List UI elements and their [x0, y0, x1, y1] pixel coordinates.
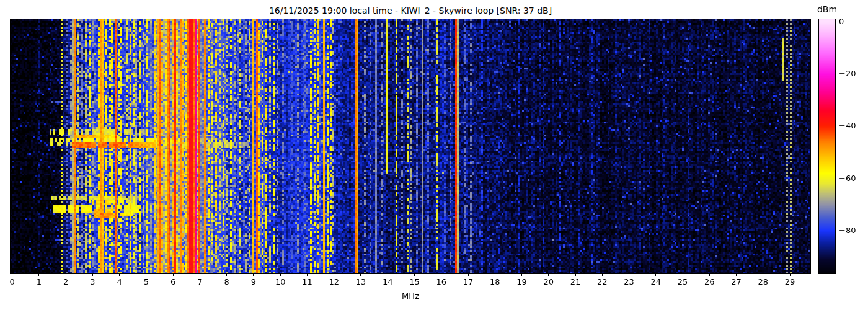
x-tick-label: 25: [673, 277, 692, 286]
x-tick-label: 24: [647, 277, 665, 286]
colorbar-tick-label: −40: [839, 121, 865, 130]
x-tick-label: 18: [485, 277, 504, 286]
colorbar-tick-label: −60: [839, 174, 865, 183]
colorbar-label: dBm: [814, 4, 840, 14]
x-tick-label: 2: [56, 277, 75, 286]
x-tick-label: 28: [754, 277, 773, 286]
x-tick-label: 1: [30, 277, 48, 286]
figure-container: 16/11/2025 19:00 local time - KIWI_2 - S…: [0, 0, 868, 310]
x-tick-label: 3: [83, 277, 102, 286]
x-tick-label: 17: [459, 277, 477, 286]
x-tick-label: 6: [164, 277, 182, 286]
x-tick-label: 16: [432, 277, 451, 286]
x-tick-label: 12: [325, 277, 343, 286]
x-tick-label: 19: [513, 277, 531, 286]
chart-title: 16/11/2025 19:00 local time - KIWI_2 - S…: [0, 6, 821, 16]
x-axis-label: MHz: [0, 291, 821, 301]
x-tick-label: 10: [271, 277, 290, 286]
x-tick-label: 4: [110, 277, 129, 286]
colorbar-canvas: [819, 19, 835, 273]
spectrogram-frame: [10, 19, 811, 274]
x-tick-label: 9: [244, 277, 263, 286]
colorbar-frame: [818, 19, 836, 274]
x-tick-label: 0: [3, 277, 22, 286]
x-tick-label: 13: [352, 277, 370, 286]
x-tick-label: 22: [593, 277, 611, 286]
colorbar-tick-label: −80: [839, 226, 865, 235]
x-tick-label: 7: [190, 277, 209, 286]
x-tick-label: 27: [727, 277, 746, 286]
x-tick-label: 11: [298, 277, 316, 286]
x-tick-label: 8: [218, 277, 236, 286]
x-tick-label: 26: [700, 277, 719, 286]
x-tick-label: 29: [781, 277, 799, 286]
x-tick-label: 14: [378, 277, 397, 286]
x-tick-label: 15: [405, 277, 423, 286]
x-tick-label: 20: [539, 277, 558, 286]
x-tick-label: 23: [620, 277, 639, 286]
spectrogram-canvas: [11, 19, 810, 273]
colorbar-tick-label: 0: [839, 17, 865, 26]
x-tick-label: 5: [137, 277, 156, 286]
x-tick-label: 21: [566, 277, 585, 286]
colorbar-tick-label: −20: [839, 69, 865, 78]
